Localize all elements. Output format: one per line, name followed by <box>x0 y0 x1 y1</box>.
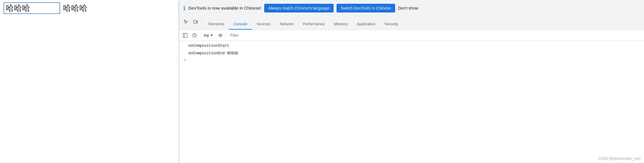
sidebar-toggle-icon[interactable] <box>181 32 189 39</box>
inspect-element-icon[interactable] <box>181 17 190 26</box>
tab-security[interactable]: Security <box>380 16 403 30</box>
toolbar-separator-2 <box>226 32 226 38</box>
svg-rect-2 <box>197 21 198 23</box>
console-line-text: onCompositionStart <box>188 43 229 49</box>
device-toolbar-icon[interactable] <box>191 17 200 26</box>
tab-elements[interactable]: Elements <box>204 16 229 30</box>
adjacent-text: 哈哈哈 <box>63 3 87 14</box>
tab-application[interactable]: Application <box>352 16 380 30</box>
eye-icon[interactable] <box>217 32 224 39</box>
console-toolbar: top ▼ <box>179 30 644 41</box>
prompt-chevron-icon: › <box>184 58 186 62</box>
text-input[interactable] <box>3 2 60 14</box>
tab-network[interactable]: Network <box>275 16 298 30</box>
tab-sources[interactable]: Sources <box>252 16 275 30</box>
tab-performance[interactable]: Performance <box>298 16 329 30</box>
switch-language-button[interactable]: Switch DevTools to Chinese <box>337 4 395 12</box>
svg-line-6 <box>194 34 196 36</box>
context-selector[interactable]: top ▼ <box>202 32 215 39</box>
notification-text: DevTools is now available in Chinese! <box>188 6 261 10</box>
svg-point-8 <box>220 35 221 36</box>
tab-console[interactable]: Console <box>229 16 252 30</box>
console-line: onCompositionStart <box>179 42 644 50</box>
page-area: 哈哈哈 <box>0 0 179 163</box>
dropdown-chevron-icon: ▼ <box>210 34 213 37</box>
tab-bar: Elements Console Sources Network Perform… <box>179 16 644 30</box>
clear-console-icon[interactable] <box>191 32 198 39</box>
console-line-text: onCompositionEnd 哈哈哈 <box>188 50 238 56</box>
input-container: 哈哈哈 <box>3 2 87 14</box>
console-prompt-line[interactable]: › <box>179 57 644 63</box>
notification-bar: ℹ DevTools is now available in Chinese! … <box>179 0 644 16</box>
footer-watermark: CSDN @Heartbroken_man <box>598 157 641 161</box>
console-output: onCompositionStart onCompositionEnd 哈哈哈 … <box>179 41 644 163</box>
svg-rect-3 <box>183 33 187 37</box>
dont-show-button[interactable]: Don't show <box>398 6 418 10</box>
svg-rect-1 <box>194 20 197 23</box>
devtools-icons <box>180 16 203 30</box>
svg-point-7 <box>219 34 222 37</box>
console-line: onCompositionEnd 哈哈哈 <box>179 50 644 57</box>
tab-memory[interactable]: Memory <box>329 16 352 30</box>
toolbar-separator-1 <box>200 32 200 38</box>
info-icon: ℹ <box>183 5 186 12</box>
match-language-button[interactable]: Always match Chrome's language <box>264 4 334 12</box>
context-label: top <box>204 33 209 37</box>
devtools-panel: ℹ DevTools is now available in Chinese! … <box>179 0 644 163</box>
filter-input[interactable] <box>228 32 642 39</box>
